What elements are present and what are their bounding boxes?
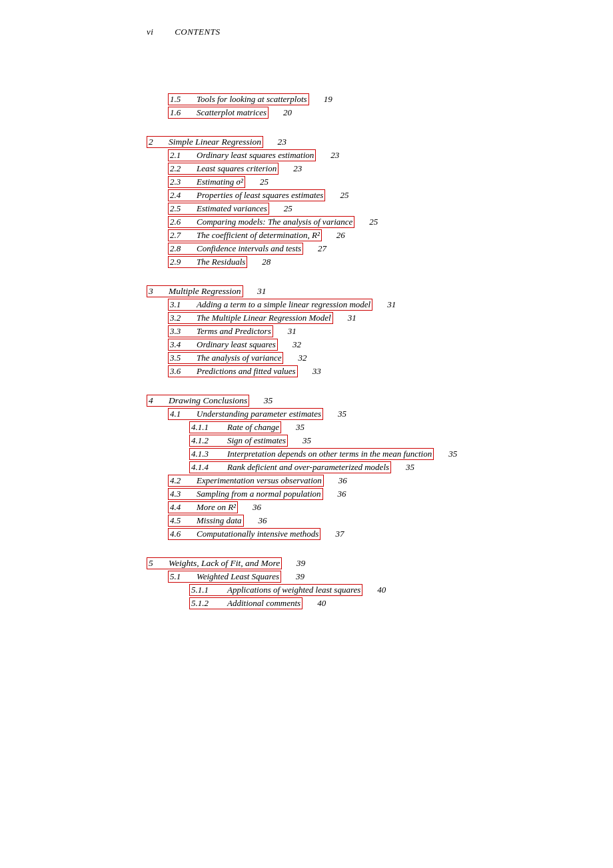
entry-page: 26 <box>328 230 345 241</box>
toc-link[interactable]: 1.6Scatterplot matrices <box>168 107 269 119</box>
toc-link[interactable]: 2.9The Residuals <box>168 256 247 268</box>
toc-entry: 2Simple Linear Regression23 <box>147 136 546 148</box>
toc-link[interactable]: 3.2The Multiple Linear Regression Model <box>168 312 333 324</box>
toc-link[interactable]: 2.4Properties of least squares estimates <box>168 189 325 201</box>
entry-page: 19 <box>316 94 332 105</box>
entry-page: 25 <box>252 177 269 187</box>
entry-title: Weights, Lack of Fit, and More <box>169 558 280 569</box>
toc-link[interactable]: 2Simple Linear Regression <box>147 136 263 148</box>
entry-title: Additional comments <box>227 598 301 609</box>
toc-entry: 2.4Properties of least squares estimates… <box>168 189 546 201</box>
entry-num: 5.1.1 <box>191 585 219 595</box>
toc-entry: 1.5Tools for looking at scatterplots19 <box>168 93 546 105</box>
entry-page: 23 <box>285 163 302 174</box>
toc-link[interactable]: 3.6Predictions and fitted values <box>168 365 298 377</box>
toc-link[interactable]: 3Multiple Regression <box>147 285 243 297</box>
toc-link[interactable]: 4.1Understanding parameter estimates <box>168 408 323 420</box>
entry-title: Simple Linear Regression <box>169 137 261 147</box>
toc-entry: 1.6Scatterplot matrices20 <box>168 107 546 119</box>
toc-link[interactable]: 4.1.2Sign of estimates <box>189 435 288 447</box>
toc-link[interactable]: 3.1Adding a term to a simple linear regr… <box>168 299 372 311</box>
entry-title: Missing data <box>197 515 242 526</box>
entry-title: Comparing models: The analysis of varian… <box>197 217 352 227</box>
entry-page: 36 <box>245 502 261 513</box>
toc-link[interactable]: 4.3Sampling from a normal population <box>168 488 323 500</box>
entry-num: 4.4 <box>170 502 189 513</box>
entry-title: Estimating σ² <box>197 177 243 187</box>
toc-entry: 5.1.2Additional comments40 <box>189 597 546 609</box>
toc-link[interactable]: 4.4More on R² <box>168 501 238 513</box>
toc-link[interactable]: 1.5Tools for looking at scatterplots <box>168 93 309 105</box>
entry-num: 2.8 <box>170 243 189 254</box>
entry-num: 1.6 <box>170 107 189 118</box>
entry-page: 27 <box>310 243 326 254</box>
entry-title: Scatterplot matrices <box>197 107 267 118</box>
toc-entry: 4.1.3Interpretation depends on other ter… <box>189 448 546 460</box>
toc-link[interactable]: 5Weights, Lack of Fit, and More <box>147 557 282 569</box>
toc-link[interactable]: 3.4Ordinary least squares <box>168 339 278 351</box>
toc-entry: 5.1.1Applications of weighted least squa… <box>189 584 546 596</box>
toc-link[interactable]: 5.1.2Additional comments <box>189 597 303 609</box>
entry-page: 35 <box>398 462 414 473</box>
entry-title: Predictions and fitted values <box>197 366 296 377</box>
entry-page: 35 <box>288 422 305 433</box>
entry-title: Ordinary least squares estimation <box>197 150 314 161</box>
entry-num: 4.5 <box>170 515 189 526</box>
toc-link[interactable]: 3.5The analysis of variance <box>168 352 283 364</box>
toc-entry: 4Drawing Conclusions35 <box>147 395 546 407</box>
toc-link[interactable]: 2.3Estimating σ² <box>168 176 245 188</box>
toc-entry: 4.1.1Rate of change35 <box>189 421 546 433</box>
entry-num: 4.1.1 <box>191 422 219 433</box>
entry-page: 39 <box>289 558 305 569</box>
toc-link[interactable]: 4.1.1Rate of change <box>189 421 281 433</box>
toc-entry: 4.1Understanding parameter estimates35 <box>168 408 546 420</box>
entry-page: 37 <box>327 529 344 539</box>
entry-title: Least squares criterion <box>197 163 277 174</box>
toc-link[interactable]: 2.6Comparing models: The analysis of var… <box>168 216 354 228</box>
entry-num: 4.1 <box>170 409 189 419</box>
toc-link[interactable]: 4.1.3Interpretation depends on other ter… <box>189 448 434 460</box>
entry-page: 25 <box>361 217 378 227</box>
toc-entry: 2.1Ordinary least squares estimation23 <box>168 149 546 161</box>
toc-entry: 2.7The coefficient of determination, R²2… <box>168 229 546 241</box>
entry-title: Computationally intensive methods <box>197 529 318 539</box>
entry-title: The Residuals <box>197 257 245 267</box>
entry-num: 3.4 <box>170 339 189 350</box>
entry-num: 4.1.4 <box>191 462 219 473</box>
entry-page: 32 <box>290 353 306 363</box>
entry-num: 4.2 <box>170 475 189 486</box>
entry-num: 2.1 <box>170 150 189 161</box>
toc-link[interactable]: 2.2Least squares criterion <box>168 163 279 175</box>
toc-link[interactable]: 4.1.4Rank deficient and over-parameteriz… <box>189 461 391 473</box>
entry-title: Confidence intervals and tests <box>197 243 301 254</box>
toc-link[interactable]: 2.7The coefficient of determination, R² <box>168 229 322 241</box>
toc-link[interactable]: 2.8Confidence intervals and tests <box>168 243 303 255</box>
toc-entry: 4.6Computationally intensive methods37 <box>168 528 546 540</box>
entry-page: 23 <box>322 150 339 161</box>
entry-page: 31 <box>250 286 267 297</box>
toc-entry: 5.1Weighted Least Squares39 <box>168 571 546 583</box>
toc-entry: 2.8Confidence intervals and tests27 <box>168 243 546 255</box>
toc-entry: 4.4More on R²36 <box>168 501 546 513</box>
toc-entry: 3.3Terms and Predictors31 <box>168 325 546 337</box>
toc-link[interactable]: 5.1.1Applications of weighted least squa… <box>189 584 362 596</box>
toc-link[interactable]: 4.5Missing data <box>168 515 244 527</box>
toc-link[interactable]: 5.1Weighted Least Squares <box>168 571 281 583</box>
toc-link[interactable]: 4.6Computationally intensive methods <box>168 528 320 540</box>
toc-link[interactable]: 4Drawing Conclusions <box>147 395 249 407</box>
toc-link[interactable]: 4.2Experimentation versus observation <box>168 475 324 487</box>
toc-entry: 3.6Predictions and fitted values33 <box>168 365 546 377</box>
entry-page: 35 <box>295 435 311 446</box>
entry-num: 2.7 <box>170 230 189 241</box>
entry-title: Understanding parameter estimates <box>197 409 321 419</box>
toc-link[interactable]: 2.5Estimated variances <box>168 203 269 215</box>
entry-num: 3.6 <box>170 366 189 377</box>
toc-entry: 2.2Least squares criterion23 <box>168 163 546 175</box>
toc-link[interactable]: 3.3Terms and Predictors <box>168 325 273 337</box>
toc-link[interactable]: 2.1Ordinary least squares estimation <box>168 149 316 161</box>
toc-entry: 2.9The Residuals28 <box>168 256 546 268</box>
toc-entry: 4.3Sampling from a normal population36 <box>168 488 546 500</box>
entry-page: 25 <box>276 203 293 214</box>
entry-title: Ordinary least squares <box>197 339 276 350</box>
entry-page: 36 <box>330 475 347 486</box>
